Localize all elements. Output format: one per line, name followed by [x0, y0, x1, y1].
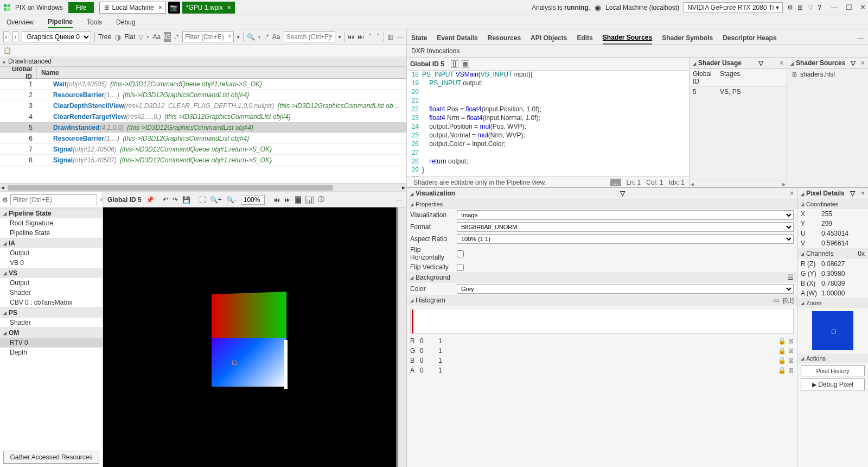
redo-icon[interactable]: ↷ — [173, 196, 178, 204]
event-row[interactable]: 8Signal(obj#15,40507){this->ID3D12Comman… — [0, 155, 406, 166]
tab-descriptor-heaps[interactable]: Descriptor Heaps — [723, 32, 776, 44]
camera-icon[interactable]: 📷 — [168, 2, 180, 14]
pipeline-filter-input[interactable] — [10, 194, 97, 205]
flip-v-checkbox[interactable] — [457, 264, 464, 271]
histogram-icon[interactable]: ▭ — [773, 296, 779, 304]
tab-local-machine[interactable]: 🖥 Local Machine × — [99, 2, 165, 14]
tab-shader-sources[interactable]: Shader Sources — [603, 31, 652, 45]
clear-icon[interactable]: × — [228, 33, 232, 40]
gpu-selector[interactable]: NVIDIA GeForce RTX 2080 Ti▾ — [684, 2, 783, 13]
undo-icon[interactable]: ↶ — [163, 196, 168, 204]
section-coordinates[interactable]: Coordinates — [797, 199, 868, 209]
filter-icon[interactable]: ▽ — [851, 59, 856, 67]
tree-leaf[interactable]: Pipeline State — [0, 228, 103, 238]
col-name[interactable]: Name — [37, 69, 63, 77]
columns-icon[interactable]: ▥ — [387, 32, 393, 42]
remove-icon[interactable]: ⊠ — [788, 337, 794, 345]
chevron-down-icon[interactable]: ▾ — [339, 34, 341, 40]
filter-icon[interactable]: ▽ — [758, 59, 763, 67]
viewport-vscroll[interactable] — [398, 207, 406, 467]
menu-tools[interactable]: Tools — [87, 17, 102, 28]
tree-group[interactable]: Pipeline State — [0, 208, 103, 218]
remove-icon[interactable]: ⊠ — [788, 347, 794, 355]
match-case-icon[interactable]: Aa — [272, 32, 280, 42]
event-row[interactable]: 7Signal(obj#12,40506){this->ID3D12Comman… — [0, 144, 406, 155]
grid-icon[interactable]: ▦ — [462, 60, 469, 68]
lock-icon[interactable]: 🔒 — [778, 337, 786, 345]
help-icon[interactable]: ? — [818, 4, 821, 11]
close-icon[interactable]: × — [861, 59, 865, 67]
debug-pixel-button[interactable]: ▶ Debug Pixel — [801, 378, 865, 390]
remove-icon[interactable]: ⊠ — [788, 367, 794, 374]
panel-minimize-icon[interactable]: — — [857, 34, 864, 42]
settings-icon[interactable]: ⚙ — [787, 4, 793, 11]
scroll-right-icon[interactable]: ▸ — [782, 180, 786, 187]
clear-icon[interactable]: × — [329, 33, 333, 40]
panel-minimize-icon[interactable]: — — [395, 196, 402, 204]
tree-leaf[interactable]: Depth — [0, 348, 103, 357]
prev-icon[interactable]: ⏮ — [273, 196, 280, 204]
layout-icon[interactable]: ⊞ — [797, 4, 803, 11]
up-icon[interactable]: ˄ — [367, 32, 372, 42]
search-icon[interactable]: 🔍 — [247, 32, 255, 42]
section-zoom[interactable]: Zoom — [797, 298, 868, 308]
stop-icon[interactable]: ◉ — [595, 3, 601, 12]
section-histogram[interactable]: Histogram▭[0,1] — [407, 295, 797, 306]
usage-row[interactable]: 5VS, PS — [690, 87, 787, 97]
close-icon[interactable]: × — [158, 4, 162, 11]
format-select[interactable]: B8G8R8A8_UNORM — [457, 222, 794, 232]
remove-icon[interactable]: ⊠ — [788, 357, 794, 364]
events-hscroll[interactable]: ◂▸ — [0, 183, 406, 192]
tree-leaf[interactable]: Shader — [0, 318, 103, 327]
close-icon[interactable]: × — [790, 190, 794, 197]
close-button[interactable]: ✕ — [860, 3, 866, 11]
tree-leaf[interactable]: VB 0 — [0, 258, 103, 268]
event-row[interactable]: 1Wait(obj#3,40505){this->ID3D12CommandQu… — [0, 79, 406, 90]
clear-icon[interactable]: × — [99, 196, 103, 204]
tree-leaf[interactable]: Root Signature — [0, 218, 103, 228]
feedback-icon[interactable]: ♡ — [807, 4, 813, 11]
lock-icon[interactable]: 🔒 — [778, 367, 786, 374]
aspect-ratio-select[interactable]: 100% (1:1) — [457, 234, 794, 244]
event-row[interactable]: 3ClearDepthStencilView(res#1,D3D12_CLEAR… — [0, 100, 406, 111]
tab-event-details[interactable]: Event Details — [437, 32, 477, 44]
queue-selector[interactable]: Graphics Queue 0 — [22, 31, 91, 42]
tree-group[interactable]: IA — [0, 238, 103, 248]
pin-icon[interactable]: 📌 — [146, 196, 154, 204]
section-actions[interactable]: Actions — [797, 354, 868, 363]
chevron-down-icon[interactable]: ▾ — [237, 34, 240, 40]
close-icon[interactable]: × — [227, 4, 231, 11]
filter-icon[interactable]: ▽ — [620, 190, 625, 197]
zoom-out-icon[interactable]: 🔍- — [226, 196, 237, 204]
section-background[interactable]: Background☰ — [407, 272, 797, 283]
save-icon[interactable]: 💾 — [182, 196, 190, 204]
first-icon[interactable]: ⏮ — [348, 32, 354, 42]
nav-back-button[interactable]: ‹ — [3, 31, 9, 42]
tree-leaf[interactable]: CBV 0 : cbTansMatrix — [0, 298, 103, 307]
bg-color-select[interactable]: Grey — [457, 284, 794, 294]
events-section-header[interactable]: DrawInstanced — [0, 56, 406, 67]
histogram-mode-icon[interactable]: 📊 — [305, 196, 314, 204]
filter-icon[interactable]: ▽ — [138, 32, 143, 42]
lock-icon[interactable]: 🔒 — [778, 357, 786, 364]
section-channels[interactable]: Channels0x — [797, 248, 868, 259]
menu-pipeline[interactable]: Pipeline — [48, 16, 73, 28]
section-properties[interactable]: Properties — [407, 199, 797, 209]
zoom-input[interactable] — [241, 195, 265, 205]
info-icon[interactable]: ⓘ — [318, 195, 324, 204]
tree-leaf[interactable]: Output — [0, 278, 103, 288]
tree-leaf[interactable]: RTV 0 — [0, 338, 103, 348]
panel-minimize-icon[interactable]: — — [397, 33, 403, 41]
tab-resources[interactable]: Resources — [488, 32, 521, 44]
flip-h-checkbox[interactable] — [457, 250, 464, 257]
match-case-icon[interactable]: Aa — [152, 32, 161, 42]
close-icon[interactable]: × — [861, 190, 865, 197]
tree-group[interactable]: PS — [0, 307, 103, 318]
events-filter-input[interactable] — [182, 31, 234, 42]
tab-dxr-invocations[interactable]: DXR Invocations — [411, 47, 459, 55]
lock-icon[interactable]: 🔒 — [778, 347, 786, 355]
nav-forward-button[interactable]: › — [12, 31, 18, 42]
menu-overview[interactable]: Overview — [7, 17, 34, 28]
tree-group[interactable]: OM — [0, 327, 103, 338]
event-row[interactable]: 2ResourceBarrier(1,...){this->ID3D12Grap… — [0, 90, 406, 100]
